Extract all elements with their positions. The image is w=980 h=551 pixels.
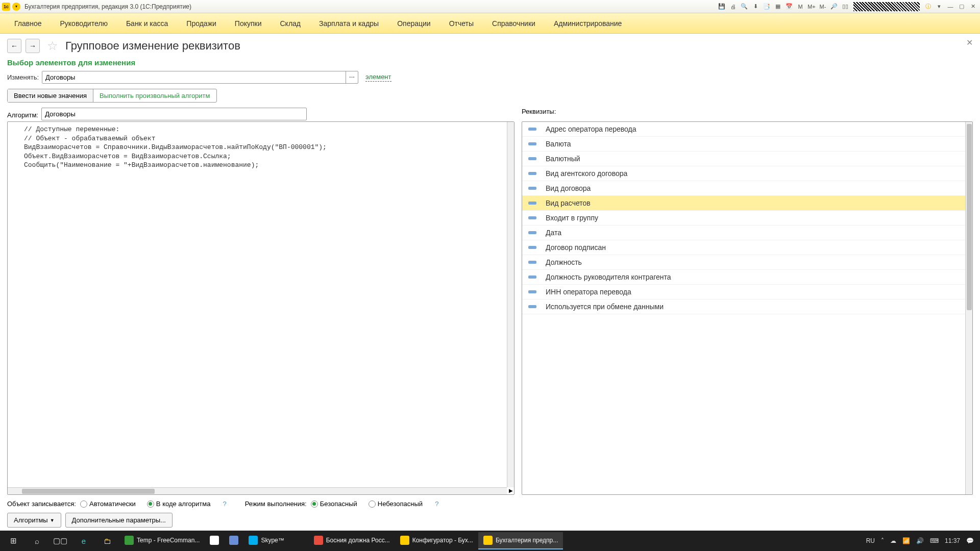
radio-safe[interactable]: Безопасный bbox=[311, 500, 357, 508]
change-input[interactable] bbox=[42, 71, 346, 83]
close-window-icon[interactable]: ✕ bbox=[968, 2, 978, 12]
zoom-in-icon[interactable]: 🔎 bbox=[829, 2, 839, 12]
app-icon bbox=[249, 536, 258, 545]
panels-icon[interactable]: ▯▯ bbox=[840, 2, 850, 12]
menu-operations[interactable]: Операции bbox=[388, 13, 440, 33]
code-v-scrollbar[interactable] bbox=[507, 122, 514, 487]
menu-salary[interactable]: Зарплата и кадры bbox=[310, 13, 388, 33]
requisite-item[interactable]: Вид расчетов bbox=[522, 196, 972, 211]
edge-icon[interactable]: e bbox=[72, 532, 95, 549]
requisite-item[interactable]: Валютный bbox=[522, 152, 972, 166]
algorithms-dropdown-button[interactable]: Алгоритмы▼ bbox=[7, 513, 61, 528]
calendar-icon[interactable]: 📅 bbox=[784, 2, 794, 12]
taskbar-app[interactable]: Конфигуратор - Бух... bbox=[395, 532, 478, 549]
requisite-label: Дата bbox=[546, 229, 561, 237]
requisite-item[interactable]: Дата bbox=[522, 226, 972, 240]
memory-m-icon[interactable]: M bbox=[795, 2, 805, 12]
menu-main[interactable]: Главное bbox=[5, 13, 51, 33]
field-icon bbox=[528, 187, 536, 190]
section-title: Выбор элементов для изменения bbox=[7, 58, 973, 67]
menu-bank[interactable]: Банк и касса bbox=[117, 13, 177, 33]
menu-reports[interactable]: Отчеты bbox=[440, 13, 483, 33]
minimize-icon[interactable]: — bbox=[945, 2, 955, 12]
requisite-item[interactable]: Используется при обмене данными bbox=[522, 299, 972, 314]
requisite-item[interactable]: ИНН оператора перевода bbox=[522, 285, 972, 299]
code-h-scrollbar[interactable] bbox=[8, 487, 507, 494]
print-icon[interactable]: 🖨 bbox=[728, 2, 738, 12]
menu-admin[interactable]: Администрирование bbox=[545, 13, 631, 33]
taskbar-app[interactable]: Босния должна Росс... bbox=[309, 532, 395, 549]
taskbar-app[interactable] bbox=[289, 532, 309, 549]
change-label: Изменять: bbox=[7, 73, 39, 81]
explorer-icon[interactable]: 🗀 bbox=[96, 532, 118, 549]
requisite-label: Договор подписан bbox=[546, 243, 606, 252]
compare-icon[interactable]: 📑 bbox=[762, 2, 772, 12]
info-icon[interactable]: ⓘ bbox=[923, 2, 933, 12]
menu-warehouse[interactable]: Склад bbox=[271, 13, 310, 33]
algorithm-input[interactable] bbox=[41, 108, 307, 120]
tray-chevron-icon[interactable]: ˄ bbox=[881, 537, 884, 544]
tray-keyboard-icon[interactable]: ⌨ bbox=[930, 537, 939, 544]
radio-unsafe[interactable]: Небезопасный bbox=[369, 500, 423, 508]
nav-forward-button[interactable]: → bbox=[26, 39, 40, 53]
search-icon[interactable]: ⌕ bbox=[26, 532, 48, 549]
maximize-icon[interactable]: ▢ bbox=[957, 2, 967, 12]
scroll-right-icon[interactable]: ▶ bbox=[509, 488, 513, 493]
tray-notifications-icon[interactable]: 💬 bbox=[966, 537, 974, 544]
menu-catalogs[interactable]: Справочники bbox=[483, 13, 545, 33]
requisite-label: ИНН оператора перевода bbox=[546, 288, 631, 296]
calc-icon[interactable]: ▦ bbox=[773, 2, 783, 12]
requisite-item[interactable]: Должность руководителя контрагента bbox=[522, 270, 972, 285]
radio-auto[interactable]: Автоматически bbox=[80, 500, 136, 508]
info-dropdown-icon[interactable]: ▾ bbox=[934, 2, 944, 12]
field-icon bbox=[528, 290, 536, 293]
save-icon[interactable]: 💾 bbox=[717, 2, 727, 12]
tray-lang[interactable]: RU bbox=[866, 537, 875, 544]
field-icon bbox=[528, 261, 536, 264]
requisite-item[interactable]: Договор подписан bbox=[522, 240, 972, 255]
memory-mplus-icon[interactable]: M+ bbox=[806, 2, 817, 12]
app-menu-dropdown[interactable]: ▾ bbox=[12, 3, 20, 11]
tab-algorithm[interactable]: Выполнить произвольный алгоритм bbox=[93, 89, 216, 102]
element-link[interactable]: элемент bbox=[365, 73, 391, 82]
taskbar-app-label: Конфигуратор - Бух... bbox=[412, 537, 473, 544]
requisite-item[interactable]: Адрес оператора перевода bbox=[522, 122, 972, 137]
tray-wifi-icon[interactable]: 📶 bbox=[902, 537, 910, 544]
preview-icon[interactable]: 🔍 bbox=[739, 2, 749, 12]
taskbar-app[interactable] bbox=[205, 532, 224, 549]
taskbar-app[interactable]: Skype™ bbox=[243, 532, 289, 549]
nav-back-button[interactable]: ← bbox=[7, 39, 21, 53]
menu-manager[interactable]: Руководителю bbox=[51, 13, 117, 33]
favorite-star-icon[interactable]: ☆ bbox=[47, 39, 58, 53]
app-icon bbox=[210, 536, 219, 545]
menu-sales[interactable]: Продажи bbox=[177, 13, 225, 33]
taskbar-app[interactable] bbox=[224, 532, 243, 549]
download-icon[interactable]: ⬇ bbox=[750, 2, 761, 12]
requisite-item[interactable]: Валюта bbox=[522, 137, 972, 152]
taskbar-app[interactable]: Бухгалтерия предпр... bbox=[478, 532, 563, 549]
memory-mminus-icon[interactable]: M- bbox=[818, 2, 828, 12]
code-editor[interactable]: // Доступные переменные: // Объект - обр… bbox=[7, 121, 514, 495]
requisite-item[interactable]: Должность bbox=[522, 255, 972, 270]
extra-params-button[interactable]: Дополнительные параметры... bbox=[65, 513, 173, 528]
radio-in-code[interactable]: В коде алгоритма bbox=[147, 500, 211, 508]
tray-time[interactable]: 11:37 bbox=[945, 537, 960, 544]
req-scrollbar[interactable] bbox=[965, 122, 972, 494]
change-picker-button[interactable]: ... bbox=[346, 71, 358, 83]
code-content[interactable]: // Доступные переменные: // Объект - обр… bbox=[8, 122, 514, 173]
tray-cloud-icon[interactable]: ☁ bbox=[890, 537, 896, 544]
requisite-label: Валютный bbox=[546, 155, 580, 163]
taskbar-app[interactable]: Temp - FreeComman... bbox=[119, 532, 205, 549]
tab-new-values[interactable]: Ввести новые значения bbox=[8, 89, 93, 102]
help-write-icon[interactable]: ? bbox=[223, 500, 226, 508]
start-button[interactable]: ⊞ bbox=[2, 532, 24, 549]
help-mode-icon[interactable]: ? bbox=[435, 500, 438, 508]
requisite-item[interactable]: Входит в группу bbox=[522, 211, 972, 226]
menu-purchases[interactable]: Покупки bbox=[226, 13, 271, 33]
close-page-icon[interactable]: ✕ bbox=[966, 38, 973, 47]
taskbar-app-label: Temp - FreeComman... bbox=[137, 537, 200, 544]
requisite-item[interactable]: Вид договора bbox=[522, 181, 972, 196]
tray-volume-icon[interactable]: 🔊 bbox=[916, 537, 924, 544]
task-view-icon[interactable]: ▢▢ bbox=[49, 532, 71, 549]
requisite-item[interactable]: Вид агентского договора bbox=[522, 166, 972, 181]
